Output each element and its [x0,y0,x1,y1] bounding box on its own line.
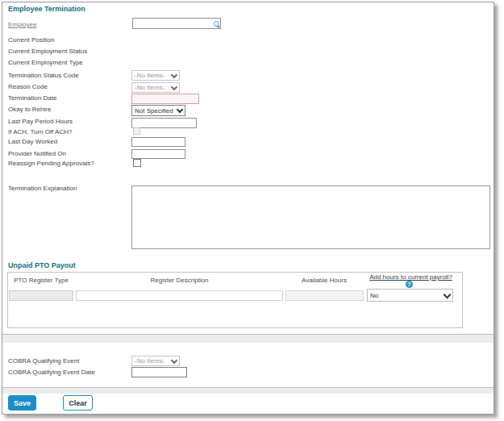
reason-code-value: -No Items- [135,84,165,91]
current-employment-status-label: Current Employment Status [8,48,87,56]
employee-search-input[interactable] [133,19,214,28]
termination-date-input[interactable] [131,94,199,104]
last-day-worked-input[interactable] [131,137,185,147]
cobra-qualifying-event-date-label: COBRA Qualifying Event Date [8,369,95,377]
add-hours-value: No [370,292,378,299]
provider-notified-on-label: Provider Notified On [8,150,66,158]
chevron-down-icon [444,290,452,298]
chevron-down-icon [171,356,177,363]
col-available-hours: Available Hours [284,277,364,284]
last-pay-period-hours-label: Last Pay Period Hours [8,118,73,126]
cobra-qualifying-event-select[interactable]: -No Items- [131,356,180,366]
current-employment-type-label: Current Employment Type [8,59,83,67]
add-hours-to-current-payroll-link[interactable]: Add hours to current payroll? [360,273,461,281]
termination-explanation-textarea[interactable] [131,185,490,249]
employee-link[interactable]: Employee [8,21,37,29]
termination-status-code-label: Termination Status Code [8,72,79,80]
last-pay-period-hours-input[interactable] [131,118,197,128]
add-hours-select[interactable]: No [367,289,453,302]
help-icon[interactable]: ? [406,281,413,288]
col-register-description: Register Description [77,277,282,284]
employee-termination-page: Employee Termination Employee Current Po… [0,0,504,421]
chevron-down-icon [171,71,177,77]
okay-to-rehire-value: Not Specified [135,107,173,115]
search-icon[interactable] [214,21,219,27]
page-title: Employee Termination [8,5,85,13]
chevron-down-icon [171,83,177,90]
available-hours-cell [285,290,364,301]
termination-status-code-value: -No Items- [135,72,165,79]
section-divider [2,334,494,343]
if-ach-turn-off-label: If ACH, Turn Off ACH? [8,128,72,136]
if-ach-turn-off-checkbox [133,127,140,135]
current-position-label: Current Position [8,36,54,44]
reason-code-label: Reason Code [8,83,48,91]
termination-status-code-select[interactable]: -No Items- [131,70,180,81]
termination-date-label: Termination Date [8,94,56,102]
reassign-pending-approvals-checkbox[interactable] [133,159,141,167]
pto-register-type-cell [9,290,73,301]
col-pto-register-type: PTO Register Type [9,277,73,284]
provider-notified-on-input[interactable] [131,149,185,159]
reassign-pending-approvals-label: Reassign Pending Approvals? [8,160,94,168]
termination-explanation-label: Termination Explanation [8,185,77,193]
chevron-down-icon [177,106,183,113]
okay-to-rehire-select[interactable]: Not Specified [131,105,185,116]
reason-code-select[interactable]: -No Items- [131,82,180,93]
employee-search-field [132,18,221,29]
last-day-worked-label: Last Day Worked [8,138,57,146]
save-button[interactable]: Save [8,395,36,411]
register-description-cell [76,290,283,301]
okay-to-rehire-label: Okay to Rehire [8,106,51,114]
clear-button[interactable]: Clear [63,395,93,411]
cobra-qualifying-event-date-input[interactable] [131,367,187,377]
unpaid-pto-payout-title: Unpaid PTO Payout [8,261,76,269]
cobra-qualifying-event-label: COBRA Qualifying Event [8,357,79,365]
section-divider [2,387,494,394]
cobra-qualifying-event-value: -No Items- [135,357,165,365]
